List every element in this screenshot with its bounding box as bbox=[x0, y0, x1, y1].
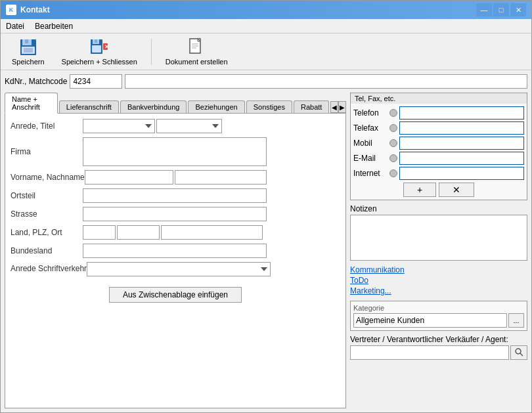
anrede-sf-select[interactable] bbox=[87, 262, 271, 276]
internet-label: Internet bbox=[353, 169, 389, 178]
save-button[interactable]: Speichern bbox=[6, 35, 51, 69]
svg-rect-8 bbox=[92, 45, 101, 53]
svg-rect-4 bbox=[24, 48, 33, 53]
paste-button[interactable]: Aus Zwischenablage einfügen bbox=[109, 287, 242, 303]
add-contact-button[interactable]: + bbox=[403, 183, 436, 197]
vertreter-search-button[interactable] bbox=[510, 345, 527, 360]
land-input[interactable] bbox=[83, 225, 116, 240]
vertreter-label: Vertreter / Verantwortlicher Verkäufer /… bbox=[350, 335, 527, 344]
email-dot bbox=[389, 154, 397, 162]
titel-select[interactable]: Dr. Prof. Prof. Dr. bbox=[156, 119, 222, 133]
contact-row-internet: Internet bbox=[353, 167, 524, 180]
firma-input[interactable] bbox=[83, 137, 267, 166]
save-icon bbox=[19, 38, 37, 56]
bundesland-row: Bundesland bbox=[11, 244, 340, 258]
tab-next-button[interactable]: ▶ bbox=[338, 101, 346, 113]
ort-input[interactable] bbox=[161, 225, 263, 240]
mobil-input[interactable] bbox=[399, 137, 524, 150]
kdnr-input[interactable] bbox=[70, 74, 122, 89]
anrede-row: Anrede, Titel Herr Frau Firma Dr. bbox=[11, 119, 340, 133]
telefon-dot bbox=[389, 109, 397, 117]
main-window: K Kontakt — □ ✕ Datei Bearbeiten Sp bbox=[0, 0, 532, 413]
right-panel: Tel, Fax, etc. Telefon Telefax bbox=[350, 93, 527, 408]
anrede-sf-label: Anrede Schriftverkehr bbox=[11, 264, 87, 274]
kdnr-label: KdNr., Matchcode bbox=[5, 77, 67, 86]
doc-svg bbox=[188, 38, 204, 56]
kategorie-row: ... bbox=[353, 313, 524, 328]
tab-rabatt[interactable]: Rabatt bbox=[294, 100, 329, 113]
marketing-link[interactable]: Marketing... bbox=[350, 286, 527, 295]
plz-input[interactable] bbox=[117, 225, 160, 240]
toolbar: Speichern ✕ Speichern + Schliessen bbox=[1, 33, 531, 70]
internet-input[interactable] bbox=[399, 167, 524, 180]
contact-row-email: E-Mail bbox=[353, 152, 524, 165]
kdnr-row: KdNr., Matchcode bbox=[5, 74, 527, 89]
anrede-sf-row: Anrede Schriftverkehr bbox=[11, 262, 340, 276]
link-section: Kommunikation ToDo Marketing... bbox=[350, 265, 527, 297]
nachname-input[interactable] bbox=[175, 170, 267, 185]
contact-row-telefon: Telefon bbox=[353, 106, 524, 120]
bundesland-label: Bundesland bbox=[11, 246, 83, 255]
ortsteil-input[interactable] bbox=[83, 188, 267, 203]
svg-rect-7 bbox=[95, 39, 97, 43]
kategorie-input[interactable] bbox=[353, 313, 507, 328]
telefon-input[interactable] bbox=[399, 106, 524, 120]
vorname-inputs bbox=[85, 170, 267, 185]
tab-lieferanschrift[interactable]: Lieferanschrift bbox=[59, 100, 119, 113]
app-icon: K bbox=[6, 5, 16, 15]
doc-label: Dokument erstellen bbox=[166, 58, 228, 66]
vorname-row: Vorname, Nachname bbox=[11, 170, 340, 185]
close-button[interactable]: ✕ bbox=[510, 3, 526, 16]
save-close-label: Speichern + Schliessen bbox=[62, 58, 137, 66]
minimize-button[interactable]: — bbox=[476, 3, 492, 16]
mobil-label: Mobil bbox=[353, 139, 389, 148]
tab-name-anschrift[interactable]: Name + Anschrift bbox=[5, 93, 58, 114]
vorname-input[interactable] bbox=[85, 170, 173, 185]
svg-line-17 bbox=[520, 353, 523, 356]
email-label: E-Mail bbox=[353, 154, 389, 163]
tab-prev-button[interactable]: ◀ bbox=[330, 101, 338, 113]
vertreter-input[interactable] bbox=[350, 345, 509, 360]
bundesland-input[interactable] bbox=[83, 244, 267, 258]
telefax-input[interactable] bbox=[399, 121, 524, 135]
doc-icon bbox=[187, 38, 206, 56]
notizen-textarea[interactable] bbox=[350, 215, 527, 261]
vertreter-row bbox=[350, 345, 527, 360]
contact-row-mobil: Mobil bbox=[353, 137, 524, 150]
strasse-input[interactable] bbox=[83, 207, 267, 221]
anrede-select[interactable]: Herr Frau Firma bbox=[83, 119, 155, 133]
firma-row: Firma bbox=[11, 137, 340, 166]
main-area: Name + Anschrift Lieferanschrift Bankver… bbox=[5, 93, 527, 408]
contact-section: Telefon Telefax Mobil bbox=[350, 104, 527, 200]
menu-bearbeiten[interactable]: Bearbeiten bbox=[30, 20, 78, 32]
menu-datei[interactable]: Datei bbox=[1, 20, 30, 32]
kategorie-section: Kategorie ... bbox=[350, 301, 527, 331]
save-svg bbox=[19, 38, 37, 56]
right-tab-header: Tel, Fax, etc. bbox=[350, 93, 527, 104]
strasse-label: Strasse bbox=[11, 209, 83, 219]
save-label: Speichern bbox=[12, 58, 45, 66]
tab-bar: Name + Anschrift Lieferanschrift Bankver… bbox=[5, 93, 346, 114]
tab-sonstiges[interactable]: Sonstiges bbox=[246, 100, 292, 113]
save-close-button[interactable]: ✕ Speichern + Schliessen bbox=[56, 35, 143, 69]
contact-actions: + ✕ bbox=[353, 183, 524, 197]
doc-create-button[interactable]: Dokument erstellen bbox=[160, 35, 234, 69]
todo-link[interactable]: ToDo bbox=[350, 276, 527, 285]
kategorie-button[interactable]: ... bbox=[508, 313, 524, 328]
toolbar-separator bbox=[151, 39, 152, 65]
left-panel: Name + Anschrift Lieferanschrift Bankver… bbox=[5, 93, 346, 408]
maximize-button[interactable]: □ bbox=[493, 3, 509, 16]
notizen-label: Notizen bbox=[350, 204, 527, 213]
matchcode-input[interactable] bbox=[125, 74, 527, 89]
contact-row-telefax: Telefax bbox=[353, 121, 524, 135]
tab-bankverbindung[interactable]: Bankverbindung bbox=[120, 100, 187, 113]
telefon-label: Telefon bbox=[353, 108, 389, 118]
remove-contact-button[interactable]: ✕ bbox=[439, 183, 474, 197]
tab-beziehungen[interactable]: Beziehungen bbox=[188, 100, 244, 113]
content-area: KdNr., Matchcode Name + Anschrift Liefer… bbox=[1, 70, 531, 412]
email-input[interactable] bbox=[399, 152, 524, 165]
svg-point-16 bbox=[516, 349, 521, 354]
kategorie-label: Kategorie bbox=[353, 304, 524, 312]
kommunikation-link[interactable]: Kommunikation bbox=[350, 265, 527, 274]
strasse-row: Strasse bbox=[11, 207, 340, 221]
